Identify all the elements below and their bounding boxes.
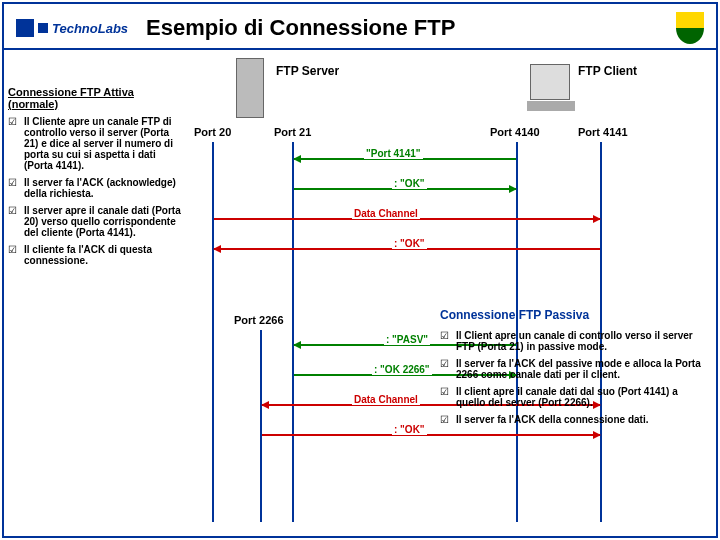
port2266-label: Port 2266 [234, 314, 284, 326]
check-icon: ☑ [8, 177, 18, 199]
client-label: FTP Client [578, 64, 637, 78]
lifeline-port20 [212, 142, 214, 522]
list-item: ☑Il server fa l'ACK della connessione da… [440, 414, 708, 425]
check-icon: ☑ [8, 116, 18, 171]
msg-pasv: : "PASV" [384, 334, 430, 345]
list-item: ☑Il Client apre un canale di controllo v… [440, 330, 708, 352]
logo-square-icon [16, 19, 34, 37]
server-icon [236, 58, 264, 118]
diagram-area: FTP Server FTP Client Port 20 Port 21 Po… [4, 50, 716, 530]
msg-ok3: : "OK" [392, 424, 427, 435]
msg-datachannel1: Data Channel [352, 208, 420, 219]
logo-square-small-icon [38, 23, 48, 33]
server-label: FTP Server [276, 64, 339, 78]
msg-ok2266: : "OK 2266" [372, 364, 432, 375]
msg-port4141: "Port 4141" [364, 148, 423, 159]
crest-icon [676, 12, 704, 44]
check-icon: ☑ [440, 330, 450, 352]
passive-title: Connessione FTP Passiva [440, 308, 708, 322]
check-icon: ☑ [440, 414, 450, 425]
check-icon: ☑ [8, 244, 18, 266]
slide-frame: TechnoLabs Esempio di Connessione FTP FT… [2, 2, 718, 538]
msg-ok1: : "OK" [392, 178, 427, 189]
port20-label: Port 20 [194, 126, 231, 138]
lifeline-port21 [292, 142, 294, 522]
port21-label: Port 21 [274, 126, 311, 138]
passive-list: ☑Il Client apre un canale di controllo v… [440, 330, 708, 425]
active-list: ☑Il Cliente apre un canale FTP di contro… [8, 116, 186, 266]
arrow-ok3 [262, 434, 600, 436]
check-icon: ☑ [440, 386, 450, 408]
logo: TechnoLabs [16, 19, 128, 37]
page-title: Esempio di Connessione FTP [146, 15, 455, 41]
check-icon: ☑ [8, 205, 18, 238]
list-item: ☑Il server fa l'ACK (acknowledge) della … [8, 177, 186, 199]
logo-text: TechnoLabs [52, 21, 128, 36]
list-item: ☑Il cliente fa l'ACK di questa connessio… [8, 244, 186, 266]
list-item: ☑Il client apre il canale dati dal suo (… [440, 386, 708, 408]
check-icon: ☑ [440, 358, 450, 380]
active-connection-panel: Connessione FTP Attiva (normale) ☑Il Cli… [8, 86, 186, 272]
list-item: ☑Il Cliente apre un canale FTP di contro… [8, 116, 186, 171]
client-icon [530, 64, 570, 100]
lifeline-port2266 [260, 330, 262, 522]
port4140-label: Port 4140 [490, 126, 540, 138]
list-item: ☑Il server apre il canale dati (Porta 20… [8, 205, 186, 238]
port4141-label: Port 4141 [578, 126, 628, 138]
msg-ok2: : "OK" [392, 238, 427, 249]
list-item: ☑Il server fa l'ACK del passive mode e a… [440, 358, 708, 380]
msg-datachannel2: Data Channel [352, 394, 420, 405]
active-title: Connessione FTP Attiva (normale) [8, 86, 186, 110]
passive-connection-panel: Connessione FTP Passiva ☑Il Client apre … [440, 308, 708, 431]
header: TechnoLabs Esempio di Connessione FTP [4, 4, 716, 50]
